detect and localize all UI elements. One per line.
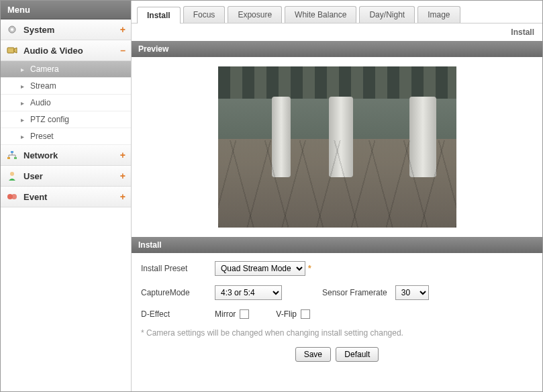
tab-focus[interactable]: Focus [183,6,226,23]
expand-icon: + [120,24,126,35]
caret-icon: ▸ [21,99,28,107]
install-preset-label: Install Preset [141,264,215,273]
network-icon [6,150,18,160]
sidebar-item-camera[interactable]: ▸Camera [1,61,131,78]
vflip-label: V-Flip [276,309,297,319]
caret-icon: ▸ [21,66,28,73]
menu-section-user[interactable]: User + [1,166,131,187]
user-icon [6,170,18,181]
sidebar-item-audio[interactable]: ▸Audio [1,95,131,111]
svg-point-1 [11,28,13,31]
menu-section-system[interactable]: System + [1,19,131,40]
tab-day-night[interactable]: Day/Night [359,6,415,23]
sidebar-item-ptz[interactable]: ▸PTZ config [1,111,131,128]
collapse-icon: – [120,45,126,56]
caret-icon: ▸ [21,116,28,124]
expand-icon: + [120,170,126,181]
sidebar: Menu System + Audio & Video – ▸Camera ▸S… [1,1,132,391]
event-icon [6,191,18,202]
svg-rect-2 [7,48,14,53]
mirror-label: Mirror [215,309,236,319]
d-effect-label: D-Effect [141,309,215,319]
submenu-audio-video: ▸Camera ▸Stream ▸Audio ▸PTZ config ▸Pres… [1,61,131,145]
expand-icon: + [120,191,126,202]
sidebar-item-stream[interactable]: ▸Stream [1,78,131,95]
required-asterisk-icon: * [308,264,311,273]
preview-image [218,66,456,228]
caret-icon: ▸ [21,133,28,140]
menu-section-event[interactable]: Event + [1,187,131,207]
camera-icon [6,45,18,56]
gear-icon [6,24,18,35]
svg-point-9 [11,194,17,199]
menu-title: Menu [1,1,131,19]
vflip-checkbox[interactable] [301,309,310,319]
menu-label: Audio & Video [23,46,83,56]
sub-label: PTZ config [30,115,69,124]
svg-rect-5 [7,157,10,159]
sub-label: Audio [30,98,51,107]
tabs: Install Focus Exposure White Balance Day… [132,1,542,23]
install-header: Install [132,237,542,253]
sidebar-item-preset[interactable]: ▸Preset [1,128,131,145]
mirror-checkbox[interactable] [240,309,249,319]
save-button[interactable]: Save [295,347,331,362]
tab-install[interactable]: Install [137,7,181,23]
install-form: Install Preset Quad Stream Mode * Captur… [132,253,542,370]
sensor-framerate-label: Sensor Framerate [322,288,387,297]
sub-label: Camera [30,64,59,74]
tab-white-balance[interactable]: White Balance [285,6,356,23]
install-preset-select[interactable]: Quad Stream Mode [215,261,305,276]
svg-rect-4 [11,151,13,153]
menu-label: System [23,25,54,35]
menu-label: Event [23,192,47,202]
settings-note: * Camera settings will be changed when c… [141,328,533,338]
svg-rect-6 [14,157,17,159]
tab-exposure[interactable]: Exposure [228,6,282,23]
sub-label: Stream [30,81,56,91]
capture-mode-label: CaptureMode [141,288,215,297]
sensor-framerate-select[interactable]: 30 [395,285,429,300]
sub-label: Preset [30,132,54,141]
capture-mode-select[interactable]: 4:3 or 5:4 [215,285,282,300]
menu-label: User [23,171,43,181]
menu-section-audio-video[interactable]: Audio & Video – [1,40,131,61]
caret-icon: ▸ [21,83,28,90]
breadcrumb: Install [132,23,542,41]
expand-icon: + [120,150,126,160]
main-panel: Install Focus Exposure White Balance Day… [132,1,542,391]
menu-label: Network [23,150,58,160]
menu-section-network[interactable]: Network + [1,145,131,166]
svg-marker-3 [14,48,17,53]
svg-point-7 [10,172,14,176]
default-button[interactable]: Default [336,347,379,362]
preview-header: Preview [132,41,542,57]
tab-image[interactable]: Image [417,6,460,23]
preview-area [132,57,542,237]
